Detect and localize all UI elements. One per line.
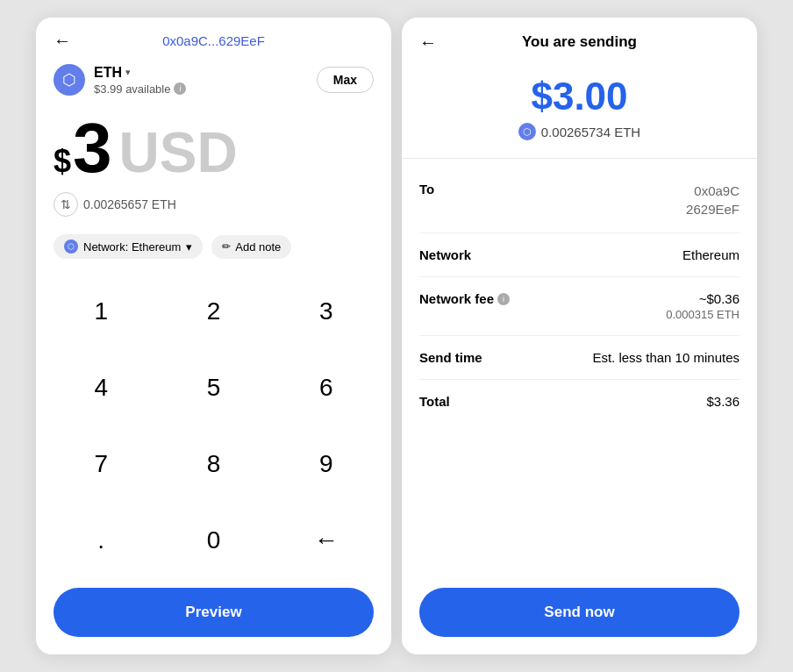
fee-label: Network fee	[419, 291, 494, 306]
token-name: ETH	[94, 65, 122, 81]
eth-equivalent-row: ⇅ 0.00265657 ETH	[36, 189, 391, 227]
total-value: $3.36	[706, 394, 739, 409]
key-6[interactable]: 6	[270, 349, 382, 425]
key-9[interactable]: 9	[270, 426, 382, 503]
amount-display: $ 3 USD	[36, 104, 391, 189]
sending-eth-row: ⬡ 0.00265734 ETH	[518, 123, 640, 140]
token-name-row: ETH ▾	[94, 65, 186, 81]
add-note-button[interactable]: ✏ Add note	[211, 235, 291, 259]
to-row: To 0x0a9C 2629EeF	[419, 168, 739, 233]
network-detail-label: Network	[419, 247, 471, 262]
key-backspace[interactable]: ←	[270, 503, 382, 579]
amount-currency: USD	[119, 125, 238, 181]
network-selector[interactable]: ⬡ Network: Ethereum ▾	[54, 234, 203, 259]
swap-icon[interactable]: ⇅	[54, 192, 78, 217]
to-address: 0x0a9C 2629EeF	[686, 182, 739, 218]
to-label: To	[419, 182, 434, 197]
fee-usd: ~$0.36	[699, 291, 739, 306]
fee-eth: 0.000315 ETH	[666, 308, 739, 321]
left-panel: ← 0x0a9C...629EeF ⬡ ETH ▾ $3.99 availabl…	[36, 18, 391, 654]
fee-label-group: Network fee i	[419, 291, 510, 306]
add-note-label: Add note	[235, 240, 281, 254]
balance-info-icon[interactable]: i	[174, 82, 186, 95]
key-2[interactable]: 2	[157, 273, 269, 349]
token-balance: $3.99 available i	[94, 82, 186, 96]
send-now-button[interactable]: Send now	[419, 588, 739, 637]
fee-info-icon[interactable]: i	[497, 293, 510, 305]
token-row: ⬡ ETH ▾ $3.99 available i Max	[36, 57, 391, 104]
send-time-value: Est. less than 10 minutes	[592, 350, 739, 365]
total-label: Total	[419, 394, 450, 409]
sending-amount-section: $3.00 ⬡ 0.00265734 ETH	[402, 63, 757, 159]
network-eth-icon: ⬡	[64, 239, 78, 254]
eth-equivalent-text: 0.00265657 ETH	[83, 197, 176, 211]
key-dot[interactable]: .	[45, 503, 157, 579]
key-7[interactable]: 7	[45, 426, 157, 503]
back-button-right[interactable]: ←	[419, 32, 437, 53]
network-row: Network Ethereum	[419, 233, 739, 277]
key-5[interactable]: 5	[157, 349, 269, 425]
back-button-left[interactable]: ←	[54, 31, 71, 51]
amount-number: 3	[73, 113, 112, 183]
sending-eth-amount: 0.00265734 ETH	[541, 125, 640, 139]
keypad: 1 2 3 4 5 6 7 8 9 . 0 ←	[36, 273, 391, 579]
key-8[interactable]: 8	[157, 426, 269, 503]
network-label: Network: Ethereum	[83, 240, 181, 254]
send-time-label: Send time	[419, 350, 482, 365]
key-1[interactable]: 1	[45, 273, 157, 349]
token-chevron-icon: ▾	[125, 67, 131, 78]
key-0[interactable]: 0	[157, 503, 269, 579]
max-button[interactable]: Max	[317, 67, 374, 93]
dollar-sign: $	[54, 143, 71, 180]
pencil-icon: ✏	[222, 240, 231, 253]
key-4[interactable]: 4	[45, 349, 157, 425]
token-details: ETH ▾ $3.99 available i	[94, 65, 186, 96]
preview-button[interactable]: Preview	[54, 588, 374, 637]
token-info[interactable]: ⬡ ETH ▾ $3.99 available i	[54, 64, 186, 96]
network-fee-row: Network fee i ~$0.36 0.000315 ETH	[419, 277, 739, 336]
right-header: ← You are sending	[402, 18, 757, 63]
detail-rows: To 0x0a9C 2629EeF Network Ethereum Netwo…	[402, 159, 757, 579]
right-panel-title: You are sending	[522, 33, 637, 51]
total-row: Total $3.36	[419, 380, 739, 423]
fee-values: ~$0.36 0.000315 ETH	[666, 291, 739, 321]
sending-usd-amount: $3.00	[531, 77, 627, 116]
wallet-address[interactable]: 0x0a9C...629EeF	[162, 33, 265, 48]
sending-eth-icon: ⬡	[518, 123, 536, 140]
left-header: ← 0x0a9C...629EeF	[36, 18, 391, 57]
network-chevron-icon: ▾	[186, 240, 192, 254]
network-note-row: ⬡ Network: Ethereum ▾ ✏ Add note	[36, 227, 391, 273]
key-3[interactable]: 3	[270, 273, 382, 349]
network-detail-value: Ethereum	[682, 247, 739, 262]
right-panel: ← You are sending $3.00 ⬡ 0.00265734 ETH…	[402, 18, 757, 654]
send-time-row: Send time Est. less than 10 minutes	[419, 336, 739, 380]
eth-logo-icon: ⬡	[54, 64, 85, 96]
